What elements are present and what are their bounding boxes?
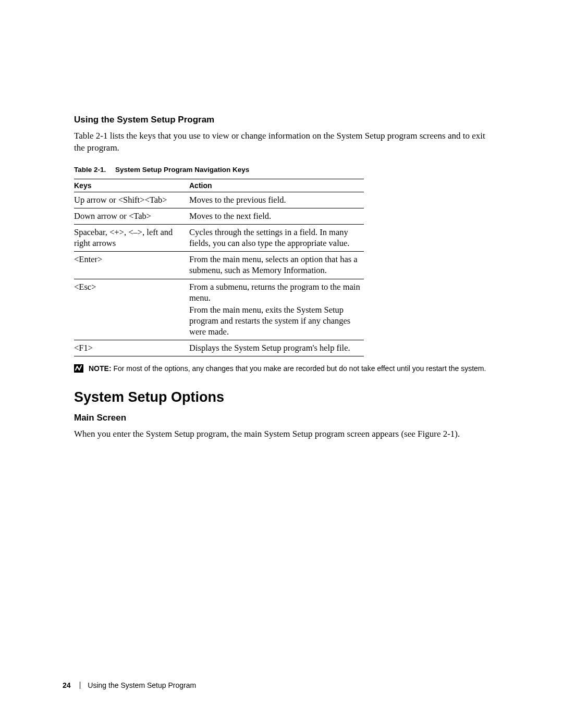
table-row: Spacebar, <+>, <–>, left and right arrow…	[74, 225, 364, 252]
cell-keys: Spacebar, <+>, <–>, left and right arrow…	[74, 225, 189, 252]
table-row: Up arrow or <Shift><Tab> Moves to the pr…	[74, 192, 364, 208]
table-row: <F1> Displays the System Setup program's…	[74, 340, 364, 356]
table-header-row: Keys Action	[74, 179, 364, 192]
heading-system-setup-options: System Setup Options	[74, 389, 489, 405]
intro-paragraph: Table 2-1 lists the keys that you use to…	[74, 130, 489, 154]
table-caption-title: System Setup Program Navigation Keys	[115, 166, 249, 174]
page-number: 24	[63, 681, 71, 689]
table-row: <Esc> From a submenu, returns the progra…	[74, 279, 364, 340]
heading-using-program: Using the System Setup Program	[74, 115, 489, 125]
table-row: <Enter> From the main menu, selects an o…	[74, 252, 364, 279]
cell-action-line2: From the main menu, exits the System Set…	[189, 304, 361, 337]
main-screen-paragraph: When you enter the System Setup program,…	[74, 428, 489, 440]
cell-action: Moves to the previous field.	[189, 192, 364, 208]
section-system-setup-options: System Setup Options Main Screen When yo…	[74, 389, 489, 440]
note-icon	[74, 364, 83, 375]
page-footer: 24 Using the System Setup Program	[63, 681, 196, 689]
cell-action: Displays the System Setup program's help…	[189, 340, 364, 356]
document-page: Using the System Setup Program Table 2-1…	[0, 0, 563, 728]
footer-divider	[80, 682, 80, 689]
cell-action: From a submenu, returns the program to t…	[189, 279, 364, 340]
cell-keys: Up arrow or <Shift><Tab>	[74, 192, 189, 208]
cell-action-line1: From a submenu, returns the program to t…	[189, 281, 361, 303]
cell-keys: <Esc>	[74, 279, 189, 340]
note-body: For most of the options, any changes tha…	[112, 364, 486, 373]
column-header-keys: Keys	[74, 179, 189, 192]
cell-action: From the main menu, selects an option th…	[189, 252, 364, 279]
column-header-action: Action	[189, 179, 364, 192]
navigation-keys-table: Keys Action Up arrow or <Shift><Tab> Mov…	[74, 179, 364, 356]
cell-keys: Down arrow or <Tab>	[74, 208, 189, 224]
table-caption-number: Table 2-1.	[74, 166, 106, 174]
footer-title: Using the System Setup Program	[88, 681, 196, 689]
cell-action: Cycles through the settings in a field. …	[189, 225, 364, 252]
note-text: NOTE: For most of the options, any chang…	[89, 364, 486, 374]
section-using-system-setup: Using the System Setup Program Table 2-1…	[74, 115, 489, 154]
cell-action: Moves to the next field.	[189, 208, 364, 224]
note-block: NOTE: For most of the options, any chang…	[74, 364, 489, 375]
cell-keys: <Enter>	[74, 252, 189, 279]
table-row: Down arrow or <Tab> Moves to the next fi…	[74, 208, 364, 224]
subheading-main-screen: Main Screen	[74, 413, 489, 423]
table-caption: Table 2-1. System Setup Program Navigati…	[74, 166, 489, 174]
note-label: NOTE:	[89, 364, 112, 373]
cell-keys: <F1>	[74, 340, 189, 356]
